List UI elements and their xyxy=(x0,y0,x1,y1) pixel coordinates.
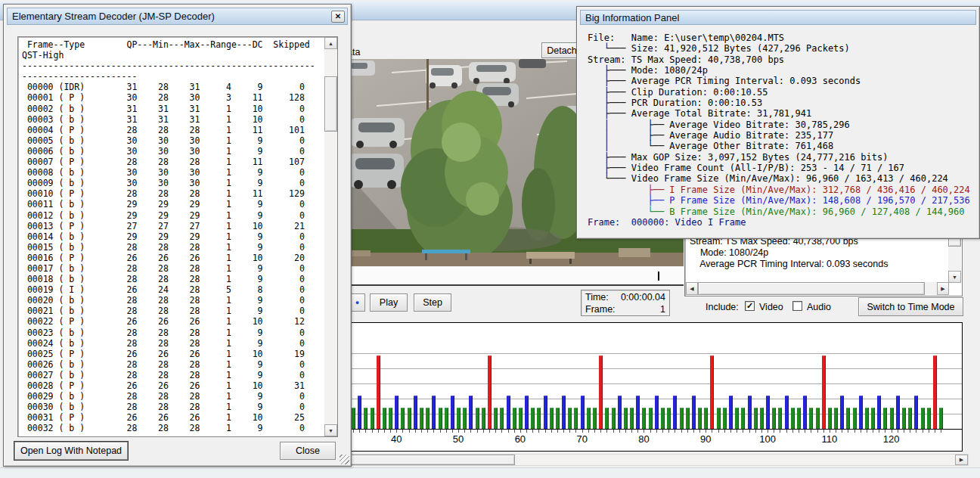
big-info-line: Frame: 000000: Video I Frame xyxy=(588,217,970,228)
b-frame-bar xyxy=(519,408,523,429)
main-hscrollbar-thumb[interactable] xyxy=(344,455,515,465)
switch-to-time-mode-button[interactable]: Switch to Time Mode xyxy=(858,297,963,316)
chart-tick xyxy=(582,430,583,433)
chart-tick xyxy=(563,430,564,433)
b-frame-bar xyxy=(476,408,479,429)
big-info-line: ├── I Frame Size (Min/Ave/Max): 312,768 … xyxy=(588,185,970,195)
i-frame-bar xyxy=(933,355,937,429)
chart-tick xyxy=(675,430,675,433)
video-seek-bar[interactable] xyxy=(346,267,684,286)
chart-x-tick-label: 90 xyxy=(693,433,718,445)
b-frame-bar xyxy=(927,408,931,429)
b-frame-bar xyxy=(890,408,894,429)
chart-tick xyxy=(458,430,459,433)
chart-tick xyxy=(402,430,403,433)
log-scroll-up-button[interactable]: ▲ xyxy=(324,37,337,49)
seek-position-marker xyxy=(658,272,659,281)
chart-tick xyxy=(730,430,731,433)
b-frame-bar xyxy=(883,408,887,429)
big-info-line: ├─── PCR Duration: 0:00:10.53 xyxy=(588,98,970,108)
scroll-right-button[interactable]: ▶ xyxy=(937,282,949,295)
chart-tick xyxy=(842,430,842,433)
video-checkbox[interactable]: ✓ xyxy=(745,301,755,311)
main-hscrollbar[interactable]: ▶ xyxy=(342,454,969,466)
chart-tick xyxy=(737,430,737,433)
log-vscrollbar-thumb[interactable] xyxy=(324,76,337,132)
b-frame-bar xyxy=(593,408,597,429)
b-frame-bar xyxy=(735,408,739,429)
chart-tick xyxy=(892,430,892,433)
b-frame-bar xyxy=(568,408,572,429)
p-frame-bar xyxy=(748,396,752,429)
b-frame-bar xyxy=(426,408,430,429)
b-frame-bar xyxy=(500,408,504,429)
b-frame-bar xyxy=(630,408,634,429)
b-frame-bar xyxy=(587,408,591,429)
resize-grip-icon[interactable] xyxy=(340,455,349,464)
chart-tick xyxy=(823,430,824,433)
b-frame-bar xyxy=(853,408,857,429)
chart-x-tick-label: 100 xyxy=(755,433,780,445)
chart-tick xyxy=(637,430,638,433)
b-frame-bar xyxy=(420,408,423,429)
chart-tick xyxy=(427,430,428,433)
step-button[interactable]: Step xyxy=(414,293,451,312)
b-frame-bar xyxy=(908,408,912,429)
chart-tick xyxy=(619,430,620,433)
i-frame-bar xyxy=(822,355,826,429)
scroll-down-button[interactable]: ▼ xyxy=(948,271,961,283)
b-frame-bar xyxy=(352,408,355,429)
b-frame-bar xyxy=(383,408,386,429)
main-scroll-right-button[interactable]: ▶ xyxy=(955,455,968,465)
chart-tick xyxy=(489,430,490,433)
b-frame-bar xyxy=(667,408,671,429)
play-button[interactable]: Play xyxy=(370,293,408,312)
b-frame-bar xyxy=(902,408,906,429)
scroll-left-button[interactable]: ◀ xyxy=(686,282,698,295)
big-info-line: File: Name: E:\user\temp\00204.MTS xyxy=(588,33,970,43)
audio-checkbox[interactable] xyxy=(792,301,802,311)
log-vscrollbar[interactable]: ▲ ▼ xyxy=(324,37,337,436)
arrow-left-icon: ◀ xyxy=(690,286,693,292)
chart-tick xyxy=(353,430,354,433)
chart-tick xyxy=(365,430,366,433)
p-frame-bar xyxy=(414,396,417,429)
chart-x-tick-label: 110 xyxy=(817,433,842,445)
b-frame-bar xyxy=(513,408,516,429)
big-info-titlebar[interactable]: Big Information Panel xyxy=(580,10,976,25)
include-label: Include: xyxy=(706,302,739,312)
hscrollbar-thumb[interactable] xyxy=(698,282,925,295)
b-frame-bar xyxy=(680,408,684,429)
b-frame-bar xyxy=(457,408,461,429)
log-scroll-down-button[interactable]: ▼ xyxy=(324,424,337,436)
b-frame-bar xyxy=(791,408,795,429)
chart-tick xyxy=(433,430,434,433)
chart-x-tick-label: 50 xyxy=(445,433,471,445)
p-frame-bar xyxy=(451,396,454,429)
chart-tick xyxy=(378,430,379,433)
decoder-titlebar[interactable]: Elementary Stream Decoder (JM-SP Decoder… xyxy=(7,8,348,25)
chart-tick xyxy=(631,430,632,433)
big-info-line: ├─── Clip Duration: 0:00:10.55 xyxy=(588,87,970,98)
close-window-button[interactable]: Close xyxy=(280,442,336,460)
b-frame-bar xyxy=(939,408,943,429)
chart-gridline xyxy=(347,383,962,384)
audio-checkbox-label[interactable]: Audio xyxy=(807,302,831,312)
b-frame-bar xyxy=(772,408,776,429)
decoder-log-listbox[interactable]: Frame--Type QP---Min---Max--Range---DC S… xyxy=(17,36,338,437)
big-info-line: │ ├── Average Audio Bitrate: 235,177 xyxy=(588,130,970,141)
p-frame-bar xyxy=(914,396,918,429)
b-frame-bar xyxy=(698,408,702,429)
p-frame-bar xyxy=(432,396,436,429)
chart-x-tick-label: 80 xyxy=(631,433,656,445)
p-frame-bar xyxy=(803,396,807,429)
chart-tick xyxy=(668,430,669,433)
chart-tick xyxy=(514,430,515,433)
open-log-button[interactable]: Open Log With Notepad xyxy=(14,442,128,460)
video-checkbox-label[interactable]: Video xyxy=(759,302,783,312)
close-button[interactable]: ✕ xyxy=(331,11,345,23)
time-value: 0:00:00.04 xyxy=(621,292,665,303)
stream-info-hscrollbar[interactable]: ◀ ▶ xyxy=(686,282,949,295)
b-frame-bar xyxy=(649,408,653,429)
big-info-line: ├─── Mode: 1080/24p xyxy=(588,65,970,76)
